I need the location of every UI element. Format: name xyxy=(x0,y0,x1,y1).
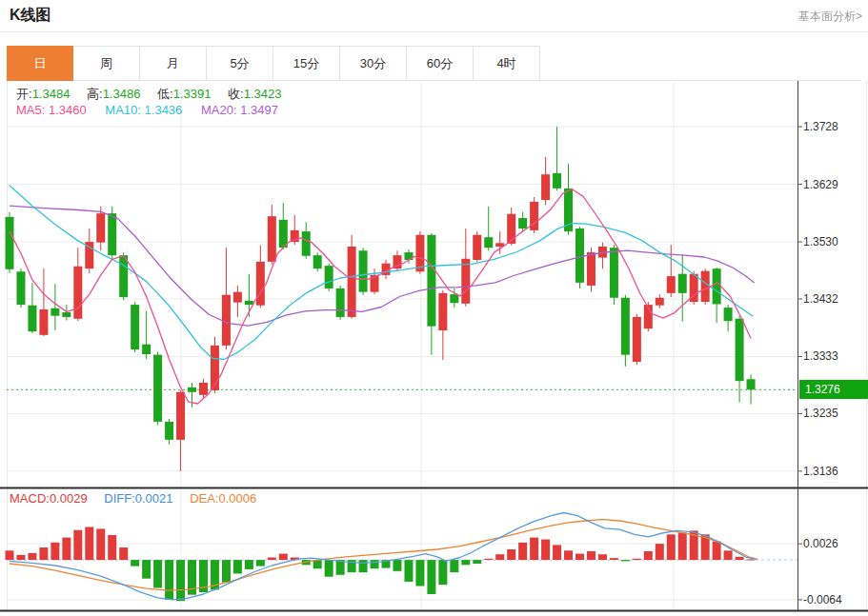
ma20-label: MA20: xyxy=(201,103,237,117)
candle xyxy=(302,231,311,256)
price-axis-label: 1.3432 xyxy=(803,292,838,306)
macd-axis-label: -0.0064 xyxy=(803,593,842,606)
candle xyxy=(50,308,59,316)
candle xyxy=(199,383,208,395)
candle xyxy=(336,288,345,317)
candle xyxy=(450,294,458,303)
close-value: 1.3423 xyxy=(244,87,282,101)
ma-readout: MA5: 1.3460 MA10: 1.3436 MA20: 1.3497 xyxy=(16,103,278,117)
candle xyxy=(176,392,185,440)
candle xyxy=(39,309,48,335)
candle xyxy=(28,306,36,332)
ma10-label: MA10: xyxy=(105,103,141,117)
candle xyxy=(518,218,527,229)
macd-label: MACD: xyxy=(10,491,50,506)
candle xyxy=(438,293,447,330)
candle xyxy=(484,237,493,248)
candle xyxy=(268,216,276,262)
dea-value: 0.0006 xyxy=(219,491,257,506)
macd-axis-label: 0.0026 xyxy=(803,537,838,550)
candle xyxy=(233,292,242,303)
price-axis-label: 1.3333 xyxy=(803,349,838,363)
low-value: 1.3391 xyxy=(173,87,212,101)
candle xyxy=(142,345,151,354)
candle xyxy=(415,235,424,272)
candle xyxy=(245,301,253,305)
candle xyxy=(348,247,356,317)
candle xyxy=(16,271,25,305)
open-label: 开: xyxy=(16,87,32,101)
ma5-value: 1.3460 xyxy=(49,103,87,117)
candle xyxy=(62,312,71,317)
price-axis-label: 1.3530 xyxy=(803,235,838,248)
low-label: 低: xyxy=(157,87,173,101)
candle xyxy=(119,255,128,297)
candle xyxy=(713,268,721,304)
ma5-label: MA5: xyxy=(16,103,45,117)
candle xyxy=(701,271,710,302)
macd-histogram xyxy=(6,527,756,601)
candle xyxy=(256,262,265,306)
candle xyxy=(279,220,288,248)
high-value: 1.3486 xyxy=(103,87,141,101)
candle xyxy=(325,266,333,288)
candle xyxy=(73,267,82,319)
candle xyxy=(153,355,162,422)
price-axis-label: 1.3235 xyxy=(803,407,838,420)
candle xyxy=(108,213,116,255)
candle xyxy=(621,298,630,355)
candle xyxy=(541,174,550,200)
candle xyxy=(553,173,561,189)
candle xyxy=(610,248,618,298)
kline-widget: K线图 基本面分析> 日周月5分15分30分60分4时 开:1.3484 高:1… xyxy=(0,0,868,616)
candle xyxy=(131,305,139,349)
high-label: 高: xyxy=(87,87,103,101)
candle xyxy=(575,229,584,283)
candle xyxy=(656,298,664,306)
candle xyxy=(96,213,105,243)
candle xyxy=(473,235,481,260)
candle xyxy=(724,308,733,321)
candle xyxy=(427,235,435,327)
candle xyxy=(313,255,322,268)
macd-readout: MACD:0.0029 DIFF:0.0021 DEA:0.0006 xyxy=(10,491,256,506)
candle xyxy=(461,259,470,304)
ma20-value: 1.3497 xyxy=(240,103,278,117)
current-price-tag: 1.3276 xyxy=(799,380,868,399)
diff-value: 0.0021 xyxy=(135,491,173,506)
close-label: 收: xyxy=(228,87,244,101)
candle xyxy=(633,317,641,362)
price-axis-label: 1.3136 xyxy=(803,465,838,478)
candle xyxy=(188,387,196,392)
candle xyxy=(678,274,687,293)
candle xyxy=(507,214,515,244)
open-value: 1.3484 xyxy=(32,87,71,101)
candle xyxy=(736,319,744,381)
candle xyxy=(165,422,173,440)
candle xyxy=(359,250,368,291)
dea-label: DEA: xyxy=(190,491,218,506)
diff-label: DIFF: xyxy=(104,491,135,506)
candle xyxy=(222,295,231,346)
price-axis-label: 1.3728 xyxy=(803,120,838,133)
candle xyxy=(667,276,676,293)
ohlc-readout: 开:1.3484 高:1.3486 低:1.3391 收:1.3423 xyxy=(16,86,294,103)
candle xyxy=(587,252,595,286)
macd-value: 0.0029 xyxy=(50,491,88,506)
price-axis-label: 1.3629 xyxy=(803,178,838,191)
ma10-value: 1.3436 xyxy=(145,103,183,117)
candle xyxy=(6,217,14,269)
candle xyxy=(747,379,756,389)
